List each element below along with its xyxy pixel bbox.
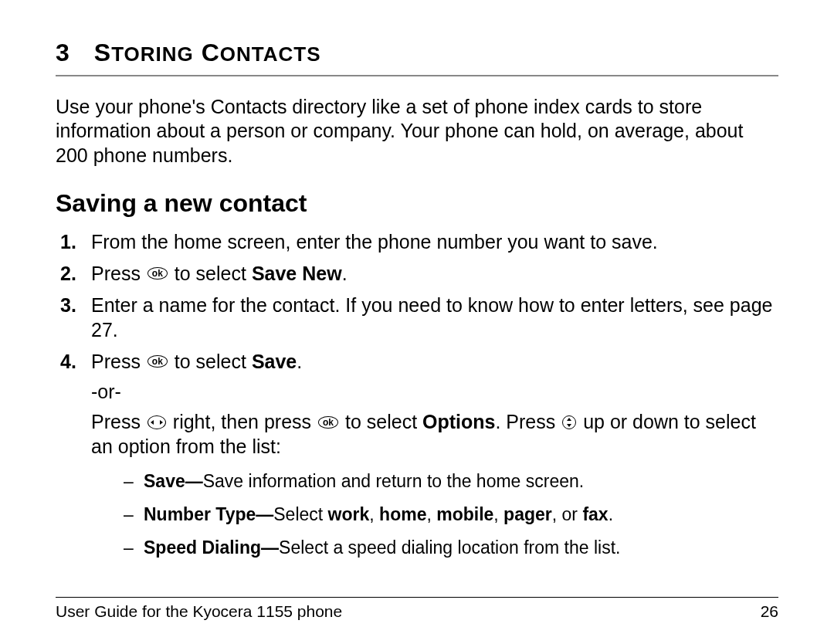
step-4-alt: Press right, then press ok to select Opt… bbox=[91, 410, 778, 459]
footer-title: User Guide for the Kyocera 1155 phone bbox=[56, 602, 342, 621]
options-sublist: Save—Save information and return to the … bbox=[91, 469, 778, 560]
ok-icon: ok bbox=[318, 416, 338, 429]
step-1: From the home screen, enter the phone nu… bbox=[56, 230, 778, 254]
nav-up-down-icon bbox=[562, 415, 576, 429]
option-save: Save—Save information and return to the … bbox=[124, 469, 778, 493]
section-heading: Saving a new contact bbox=[56, 189, 778, 218]
chapter-title: STORING CONTACTS bbox=[94, 39, 321, 67]
page-number: 26 bbox=[761, 602, 778, 621]
ok-icon: ok bbox=[147, 355, 168, 368]
chapter-header: 3 STORING CONTACTS bbox=[56, 39, 778, 76]
intro-paragraph: Use your phone's Contacts directory like… bbox=[56, 95, 778, 168]
nav-left-right-icon bbox=[147, 415, 166, 429]
step-2: Press ok to select Save New. bbox=[56, 262, 778, 286]
chapter-number: 3 bbox=[56, 39, 70, 67]
option-number-type: Number Type—Select work, home, mobile, p… bbox=[124, 503, 778, 527]
option-speed-dialing: Speed Dialing—Select a speed dialing loc… bbox=[124, 536, 778, 560]
step-3: Enter a name for the contact. If you nee… bbox=[56, 293, 778, 342]
step-4: Press ok to select Save. -or- Press righ… bbox=[56, 350, 778, 560]
ok-icon: ok bbox=[147, 267, 168, 280]
page-footer: User Guide for the Kyocera 1155 phone 26 bbox=[56, 597, 778, 621]
step-4-or: -or- bbox=[91, 380, 778, 404]
steps-list: From the home screen, enter the phone nu… bbox=[56, 230, 778, 560]
